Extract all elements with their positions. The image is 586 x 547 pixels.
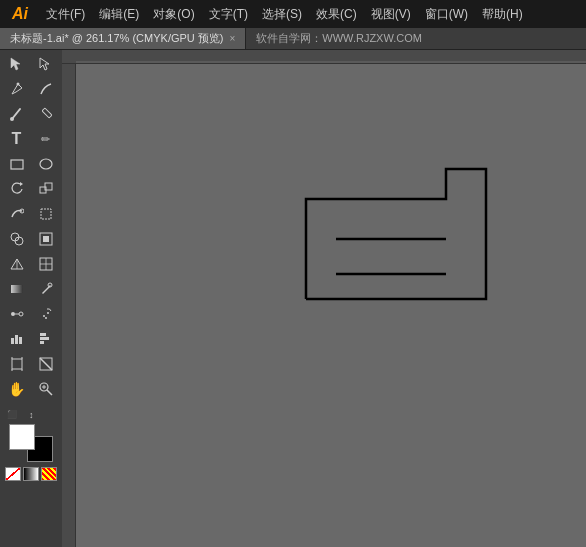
tab-website: 软件自学网：WWW.RJZXW.COM xyxy=(246,28,432,49)
tool-row-artboard xyxy=(2,352,60,376)
free-transform-tool[interactable] xyxy=(33,202,59,226)
toolbar: T ✏ xyxy=(0,50,62,547)
tool-row-select xyxy=(2,52,60,76)
reset-colors-icon[interactable]: ⬛ xyxy=(7,410,17,420)
tool-row-text: T ✏ xyxy=(2,127,60,151)
selection-tool[interactable] xyxy=(4,52,30,76)
shape-builder-tool[interactable] xyxy=(4,227,30,251)
svg-point-27 xyxy=(45,317,47,319)
menu-text[interactable]: 文字(T) xyxy=(203,4,254,25)
svg-rect-34 xyxy=(12,359,22,369)
direct-selection-tool[interactable] xyxy=(33,52,59,76)
hand-tool[interactable]: ✋ xyxy=(4,377,30,401)
active-tab[interactable]: 未标题-1.ai* @ 261.17% (CMYK/GPU 预览) × xyxy=(0,28,246,49)
drawing-canvas xyxy=(76,64,586,547)
canvas-content[interactable] xyxy=(76,64,586,547)
svg-rect-30 xyxy=(19,337,22,344)
svg-rect-15 xyxy=(43,236,49,242)
svg-rect-33 xyxy=(40,341,44,344)
color-tools: ⬛ ↕ xyxy=(2,406,60,485)
pencil-tool[interactable] xyxy=(33,102,59,126)
menu-object[interactable]: 对象(O) xyxy=(147,4,200,25)
svg-marker-7 xyxy=(20,182,23,186)
menu-view[interactable]: 视图(V) xyxy=(365,4,417,25)
swap-colors-icon[interactable]: ↕ xyxy=(29,410,34,420)
slice-tool[interactable] xyxy=(33,352,59,376)
blend-tool[interactable] xyxy=(4,302,30,326)
svg-rect-31 xyxy=(40,333,46,336)
text-tool[interactable]: T xyxy=(4,127,30,151)
menu-select[interactable]: 选择(S) xyxy=(256,4,308,25)
freeform-pen-tool[interactable] xyxy=(33,77,59,101)
tool-row-gradient xyxy=(2,277,60,301)
svg-marker-1 xyxy=(40,58,49,70)
svg-point-23 xyxy=(19,312,23,316)
ruler-left xyxy=(62,64,76,547)
zoom-tool[interactable] xyxy=(33,377,59,401)
pen-tool[interactable] xyxy=(4,77,30,101)
main-area: T ✏ xyxy=(0,50,586,547)
svg-rect-11 xyxy=(41,209,51,219)
svg-point-22 xyxy=(11,312,15,316)
rotate-tool[interactable] xyxy=(4,177,30,201)
foreground-color-swatch[interactable] xyxy=(9,424,35,450)
ai-logo: Ai xyxy=(6,2,34,26)
svg-line-42 xyxy=(47,390,52,395)
tool-row-brush xyxy=(2,102,60,126)
gradient-color[interactable] xyxy=(23,467,39,481)
perspective-grid-tool[interactable] xyxy=(4,252,30,276)
svg-rect-32 xyxy=(40,337,49,340)
svg-rect-29 xyxy=(15,335,18,344)
rectangle-tool[interactable] xyxy=(4,152,30,176)
tool-row-hand: ✋ xyxy=(2,377,60,401)
menu-edit[interactable]: 编辑(E) xyxy=(93,4,145,25)
svg-point-25 xyxy=(43,315,45,317)
svg-line-39 xyxy=(40,358,52,370)
title-bar: Ai 文件(F) 编辑(E) 对象(O) 文字(T) 选择(S) 效果(C) 视… xyxy=(0,0,586,28)
mesh-tool[interactable] xyxy=(33,252,59,276)
svg-rect-5 xyxy=(11,160,23,169)
column-graph-tool[interactable] xyxy=(4,327,30,351)
brush-tool[interactable] xyxy=(4,102,30,126)
tool-row-warp xyxy=(2,202,60,226)
none-color[interactable] xyxy=(5,467,21,481)
canvas-area[interactable]: // ticks rendered below via inline xyxy=(62,50,586,547)
svg-rect-20 xyxy=(11,285,23,293)
menu-help[interactable]: 帮助(H) xyxy=(476,4,529,25)
svg-marker-0 xyxy=(11,58,20,70)
tool-row-perspective xyxy=(2,252,60,276)
svg-rect-4 xyxy=(42,108,52,118)
tab-bar: 未标题-1.ai* @ 261.17% (CMYK/GPU 预览) × 软件自学… xyxy=(0,28,586,50)
ellipse-tool[interactable] xyxy=(33,152,59,176)
menu-window[interactable]: 窗口(W) xyxy=(419,4,474,25)
menu-effect[interactable]: 效果(C) xyxy=(310,4,363,25)
bar-graph-tool[interactable] xyxy=(33,327,59,351)
tool-row-transform xyxy=(2,177,60,201)
tool-row-graph xyxy=(2,327,60,351)
svg-point-2 xyxy=(16,83,19,86)
tool-row-shapes xyxy=(2,152,60,176)
tool-row-pen xyxy=(2,77,60,101)
tab-label: 未标题-1.ai* @ 261.17% (CMYK/GPU 预览) xyxy=(10,31,224,46)
tab-close-button[interactable]: × xyxy=(230,33,236,44)
scale-tool[interactable] xyxy=(33,177,59,201)
symbol-spray-tool[interactable] xyxy=(33,302,59,326)
menu-bar: 文件(F) 编辑(E) 对象(O) 文字(T) 选择(S) 效果(C) 视图(V… xyxy=(40,4,529,25)
eyedropper-tool[interactable] xyxy=(33,277,59,301)
svg-rect-28 xyxy=(11,338,14,344)
warp-tool[interactable] xyxy=(4,202,30,226)
touch-type-tool[interactable]: ✏ xyxy=(33,127,59,151)
svg-point-3 xyxy=(10,117,14,121)
artboard-tool[interactable] xyxy=(4,352,30,376)
svg-point-26 xyxy=(47,312,49,314)
ruler-top: // ticks rendered below via inline xyxy=(62,50,586,64)
gradient-tool[interactable] xyxy=(4,277,30,301)
live-paint-tool[interactable] xyxy=(33,227,59,251)
special-color[interactable] xyxy=(41,467,57,481)
tool-row-builder xyxy=(2,227,60,251)
menu-file[interactable]: 文件(F) xyxy=(40,4,91,25)
tool-row-blend xyxy=(2,302,60,326)
svg-point-6 xyxy=(40,159,52,169)
